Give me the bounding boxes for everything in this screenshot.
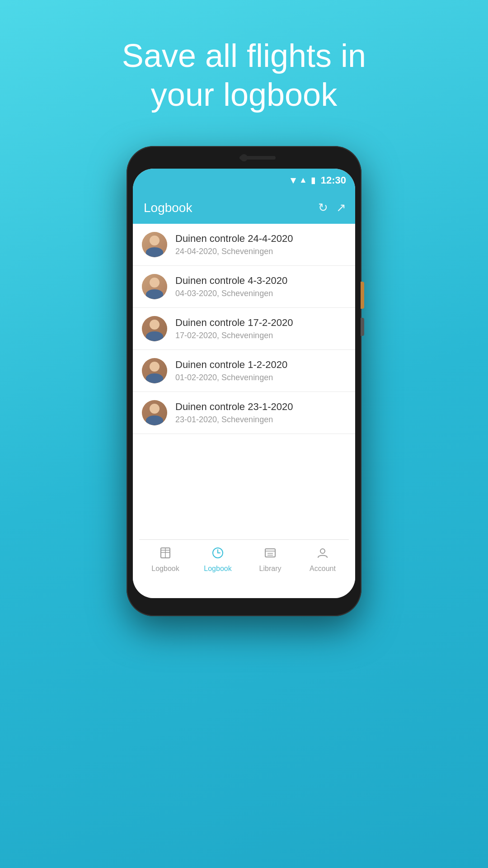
nav-label-account: Account	[310, 565, 336, 573]
item-text: Duinen controle 24-4-2020 24-04-2020, Sc…	[175, 233, 346, 256]
item-title: Duinen controle 24-4-2020	[175, 233, 346, 245]
phone-shell: ▾ ▲ ▮ 12:30 Logbook ↻ ↗	[127, 146, 361, 616]
logbook-active-nav-icon	[211, 547, 224, 562]
item-title: Duinen controle 17-2-2020	[175, 317, 346, 329]
signal-icon: ▲	[299, 175, 307, 185]
avatar	[142, 274, 167, 299]
app-bar: Logbook ↻ ↗	[133, 192, 355, 224]
headline-line2: your logbook	[151, 76, 337, 113]
item-title: Duinen controle 4-3-2020	[175, 275, 346, 287]
item-subtitle: 24-04-2020, Scheveningen	[175, 247, 346, 256]
nav-label: Library	[259, 565, 282, 573]
refresh-icon[interactable]: ↻	[318, 201, 328, 215]
item-text: Duinen controle 17-2-2020 17-02-2020, Sc…	[175, 317, 346, 340]
status-bar: ▾ ▲ ▮ 12:30	[133, 169, 355, 192]
avatar	[142, 232, 167, 257]
phone-screen: ▾ ▲ ▮ 12:30 Logbook ↻ ↗	[133, 169, 355, 598]
phone-mockup: ▾ ▲ ▮ 12:30 Logbook ↻ ↗	[127, 146, 361, 634]
phone-speaker	[239, 156, 276, 160]
wifi-icon: ▾	[291, 175, 296, 186]
nav-item-library[interactable]: Library	[244, 547, 296, 573]
item-subtitle: 23-01-2020, Scheveningen	[175, 415, 346, 425]
list-item[interactable]: Duinen controle 24-4-2020 24-04-2020, Sc…	[133, 224, 355, 266]
item-text: Duinen controle 23-1-2020 23-01-2020, Sc…	[175, 401, 346, 425]
item-title: Duinen controle 1-2-2020	[175, 359, 346, 371]
library-nav-icon	[264, 547, 277, 562]
list-item[interactable]: Duinen controle 23-1-2020 23-01-2020, Sc…	[133, 392, 355, 434]
nav-item-logbook-inactive[interactable]: Logbook	[139, 547, 192, 573]
nav-label: Logbook	[151, 565, 179, 573]
item-title: Duinen controle 23-1-2020	[175, 401, 346, 413]
list-item[interactable]: Duinen controle 4-3-2020 04-03-2020, Sch…	[133, 266, 355, 308]
nav-item-account[interactable]: Account	[296, 547, 349, 573]
share-icon[interactable]: ↗	[336, 201, 346, 215]
list-item[interactable]: Duinen controle 17-2-2020 17-02-2020, Sc…	[133, 308, 355, 350]
account-nav-icon	[316, 547, 329, 562]
item-subtitle: 17-02-2020, Scheveningen	[175, 331, 346, 340]
bottom-nav: Logbook Logbook	[139, 539, 349, 580]
logbook-nav-icon	[159, 547, 172, 562]
avatar	[142, 316, 167, 341]
app-bar-actions: ↻ ↗	[318, 201, 346, 215]
item-text: Duinen controle 1-2-2020 01-02-2020, Sch…	[175, 359, 346, 382]
headline: Save all flights in your logbook	[95, 36, 393, 114]
battery-icon: ▮	[311, 175, 315, 185]
headline-line1: Save all flights in	[122, 38, 366, 74]
avatar	[142, 358, 167, 383]
phone-side-button	[361, 282, 364, 309]
avatar	[142, 400, 167, 425]
item-text: Duinen controle 4-3-2020 04-03-2020, Sch…	[175, 275, 346, 298]
nav-label-active: Logbook	[204, 565, 231, 573]
nav-item-logbook-active[interactable]: Logbook	[192, 547, 244, 573]
status-time: 12:30	[321, 175, 346, 186]
svg-point-9	[320, 549, 325, 553]
svg-rect-5	[265, 549, 275, 557]
phone-power-button	[361, 318, 364, 336]
app-bar-title: Logbook	[144, 201, 192, 215]
item-subtitle: 04-03-2020, Scheveningen	[175, 289, 346, 298]
list-item[interactable]: Duinen controle 1-2-2020 01-02-2020, Sch…	[133, 350, 355, 392]
item-subtitle: 01-02-2020, Scheveningen	[175, 373, 346, 382]
